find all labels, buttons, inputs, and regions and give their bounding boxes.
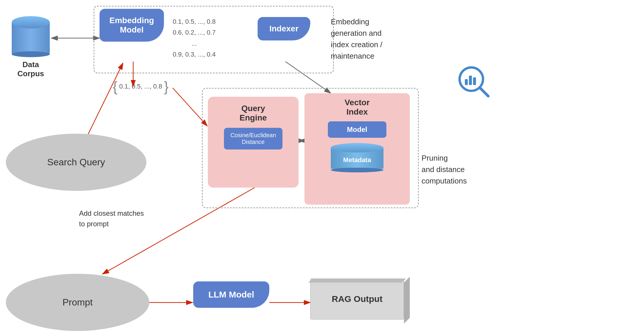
rag-output-top [308,278,406,283]
indexer-box: Indexer [258,17,310,40]
svg-line-7 [88,63,123,135]
magnify-icon [457,64,492,101]
svg-rect-17 [473,77,476,85]
data-corpus-cylinder [12,16,50,57]
query-engine-box: QueryEngine Cosine/EuclideanDistance [208,97,299,188]
prompt-label: Prompt [62,297,93,308]
embedding-numbers: 0.1, 0.5, ..., 0.8 0.6, 0.2, ..., 0.7 ..… [173,16,216,60]
add-matches-label: Add closest matchesto prompt [79,208,144,229]
model-box: Model [328,121,386,138]
llm-model-box: LLM Model [193,281,269,308]
svg-rect-15 [465,79,468,85]
rag-output-box: RAG Output [310,278,404,320]
embedding-label: Embeddinggeneration andindex creation /m… [331,16,413,62]
diagram-container: DataCorpus EmbeddingModel 0.1, 0.5, ...,… [0,0,644,333]
metadata-cylinder: Metadata [331,143,383,172]
data-corpus-label: DataCorpus [18,60,44,78]
search-query-ellipse: Search Query [6,134,146,191]
cosine-euclidean-box: Cosine/EuclideanDistance [224,128,282,149]
query-vector: { 0.1, 0.5, ..., 0.8 } [113,80,169,94]
rag-output-label: RAG Output [332,294,382,304]
data-corpus: DataCorpus [12,16,50,78]
rag-output-side [404,277,410,324]
search-query-label: Search Query [47,157,105,168]
query-engine-label: QueryEngine [239,104,267,123]
rag-output-container: RAG Output [310,278,410,325]
vector-index-area: VectorIndex Model Metadata [304,93,410,205]
prompt-ellipse: Prompt [6,274,149,331]
svg-line-18 [481,89,488,96]
pruning-label: Pruningand distancecomputations [422,152,503,187]
metadata-label: Metadata [343,156,371,164]
embedding-model-box: EmbeddingModel [100,9,164,42]
vector-index-title: VectorIndex [345,98,370,117]
svg-rect-16 [469,76,472,85]
